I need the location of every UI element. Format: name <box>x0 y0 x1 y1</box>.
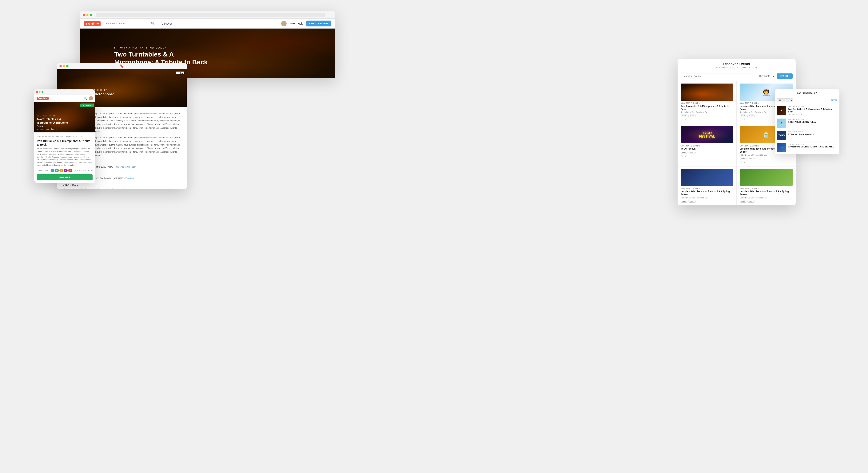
tag-classes[interactable]: Classes <box>84 188 95 189</box>
mobile-content: SUN, JUL 29, 8:00 PM · SAN JOSE, SAN FRA… <box>34 132 95 183</box>
sidebar-thumb-text-1: 🎸 <box>780 109 783 111</box>
eventbrite-logo[interactable]: Eventbrite <box>84 21 100 26</box>
event-card-image-1 <box>681 83 733 101</box>
mobile-event-content: SUN, JUL 29, 8:00 PM Two Turntables & A … <box>37 115 75 130</box>
event-card-date-1: MON, MAR 8, 7:00 PM <box>681 102 733 104</box>
tablet-maximize[interactable] <box>66 65 68 67</box>
heart-icon-4[interactable]: ♡ <box>740 161 742 164</box>
sidebar-item-title-4[interactable]: RYAN HAMBURGITIS TOMMY RAISE at 2021... <box>788 145 837 148</box>
share-icon-1[interactable]: ↗ <box>684 119 686 122</box>
browser-minimize-dot[interactable] <box>86 14 89 16</box>
sidebar-item-date-2: FRI, MAY 8, 3:00 PM <box>788 119 837 121</box>
event-card-title-6[interactable]: Lesbians Who Tech (and friends) LA // Sp… <box>740 190 793 196</box>
tag-tech-5[interactable]: #tech <box>681 200 687 203</box>
sidebar-item-info-1: FRI, MAY 8, 3:00 PM Two Turntables & A M… <box>788 106 837 115</box>
mobile-avatar <box>89 96 93 100</box>
sidebar-item-1: 🎸 FRI, MAY 8, 3:00 PM Two Turntables & A… <box>775 104 839 117</box>
mobile-titlebar <box>34 90 95 95</box>
tag-tech-6[interactable]: #tech <box>740 200 746 203</box>
sidebar-event-list: 🎸 FRI, MAY 8, 3:00 PM Two Turntables & A… <box>775 104 839 154</box>
event-card-venue-6: Radio Bean, San Francisco, CA <box>740 197 793 199</box>
sidebar-thumb-3: TYPO <box>777 131 786 140</box>
mobile-logo[interactable]: Eventbrite <box>37 97 49 100</box>
event-tags-label: EVENT TAGS <box>63 183 181 187</box>
mobile-minimize[interactable] <box>39 91 40 93</box>
mobile-register-button[interactable]: REGISTER <box>80 103 94 107</box>
create-event-button[interactable]: CREATE EVENT <box>306 21 331 27</box>
friend-avatar-2: M <box>55 169 59 172</box>
attending-label: FRIENDS ATTENDING <box>75 169 93 172</box>
friend-avatar-4: A <box>64 169 68 172</box>
mobile-maximize[interactable] <box>41 91 43 93</box>
sidebar-filter-row: All This week This month FILTER <box>775 97 839 104</box>
tag-tech-3[interactable]: #tech <box>681 151 687 154</box>
event-card-1: MON, MAR 8, 7:00 PM Two Turntables & A M… <box>678 81 737 124</box>
sidebar-location: San Francisco, CA <box>775 90 839 97</box>
tag-party-2[interactable]: #party <box>747 114 755 117</box>
friend-avatar-5: R <box>68 169 72 172</box>
event-card-title-5[interactable]: Lesbians Who Tech (and friends) LA // Sp… <box>681 190 733 196</box>
mobile-date-location: SUN, JUL 29, 8:00 PM · SAN JOSE, SAN FRA… <box>37 135 93 138</box>
mobile-friends-section: ITU FRIENDS K M J A R FRIENDS ATTENDING <box>37 169 93 172</box>
mobile-nav: Eventbrite 🔍 <box>34 95 95 102</box>
add-to-calendar-link[interactable]: Add to Calendar <box>121 166 136 168</box>
heart-icon-2[interactable]: ♡ <box>740 119 742 122</box>
user-avatar <box>281 21 287 26</box>
sidebar-item-info-2: FRI, MAY 8, 3:00 PM A TEX-ACUS: at 2017 … <box>788 119 837 124</box>
event-card-title-3[interactable]: TYCO Festival <box>681 147 733 150</box>
tag-tech-4[interactable]: #tech <box>740 157 746 160</box>
event-card-5: MON, MAR 8, 7:00 PM Lesbians Who Tech (a… <box>678 167 737 205</box>
event-card-venue-4: Radio Bean, San Francisco, CA <box>740 154 793 156</box>
heart-icon-3[interactable]: ♡ <box>681 155 683 158</box>
discover-filter-select[interactable]: This month <box>756 73 775 79</box>
sidebar-item-date-1: FRI, MAY 8, 3:00 PM <box>788 106 837 107</box>
tag-party-3[interactable]: #party <box>688 151 696 154</box>
nav-right: Kyle Help CREATE EVENT <box>281 21 331 27</box>
sidebar-filter-button[interactable]: FILTER <box>831 99 837 101</box>
discover-nav-link[interactable]: Discover <box>161 22 172 25</box>
tablet-close[interactable] <box>59 65 62 67</box>
browser-close-dot[interactable] <box>83 14 85 16</box>
tag-party-4[interactable]: #party <box>747 157 755 160</box>
browser-menu-icon[interactable]: ⋮ <box>330 13 333 17</box>
tag-party-1[interactable]: #party <box>688 114 696 117</box>
discover-search-button[interactable]: SEARCH <box>777 73 793 79</box>
tag-sf[interactable]: San Francisco, CA <box>63 188 83 189</box>
event-card-tags-1: #tech #party <box>681 114 733 117</box>
sidebar-thumb-text-3: TYPO <box>778 134 785 137</box>
help-link[interactable]: Help <box>298 22 303 25</box>
mobile-close[interactable] <box>36 91 38 93</box>
discover-location: SAN FRANCISCO, CA, UNITED STATES <box>681 66 792 69</box>
share-icon-2[interactable]: ↗ <box>743 119 746 122</box>
event-card-actions-1: ♡ ↗ <box>681 119 733 122</box>
sidebar-item-title-3[interactable]: TYPO San Francisco 2022 <box>788 133 837 136</box>
sidebar-filter-select[interactable]: All This week This month <box>777 98 793 102</box>
browser-maximize-dot[interactable] <box>90 14 92 16</box>
tag-tech-1[interactable]: #tech <box>681 114 687 117</box>
event-card-image-3: TYCOFESTIVAL <box>681 126 733 143</box>
heart-icon-1[interactable]: ♡ <box>681 119 683 122</box>
share-icon-3[interactable]: ↗ <box>684 155 686 158</box>
tablet-minimize[interactable] <box>63 65 65 67</box>
tag-party-5[interactable]: #party <box>688 200 696 203</box>
browser-url-bar[interactable] <box>96 13 326 17</box>
sidebar-item-4: 🎤 FRI, MAY 8, 3:30 PM RYAN HAMBURGITIS T… <box>775 142 839 154</box>
sidebar-item-title-2[interactable]: A TEX-ACUS: at 2017 Folsom <box>788 121 837 123</box>
mobile-search-icon[interactable]: 🔍 <box>84 97 87 100</box>
bookmark-icon[interactable]: 🔖 <box>120 64 124 68</box>
event-card-title-1[interactable]: Two Turntables & A Microphone: A Tribute… <box>681 105 733 111</box>
sidebar-item-title-1[interactable]: Two Turntables & A Microphone: A Tribute… <box>788 108 837 113</box>
tag-tech-2[interactable]: #tech <box>740 114 746 117</box>
tag-next-week[interactable]: Next Week <box>111 188 125 189</box>
share-icon-4[interactable]: ↗ <box>743 161 746 164</box>
view-map-link[interactable]: View Map <box>125 177 134 179</box>
discover-search-input[interactable] <box>681 73 754 79</box>
mobile-register-bottom-button[interactable]: REGISTER <box>37 174 93 180</box>
tag-party-6[interactable]: #party <box>747 200 755 203</box>
tag-education[interactable]: Education <box>97 188 110 189</box>
username-label: Kyle <box>290 22 295 25</box>
festival-logo-text: TYCOFESTIVAL <box>699 131 715 138</box>
friends-label: ITU FRIENDS <box>37 169 48 172</box>
search-input[interactable] <box>106 22 150 25</box>
sidebar-item-info-4: FRI, MAY 8, 3:30 PM RYAN HAMBURGITIS TOM… <box>788 143 837 148</box>
